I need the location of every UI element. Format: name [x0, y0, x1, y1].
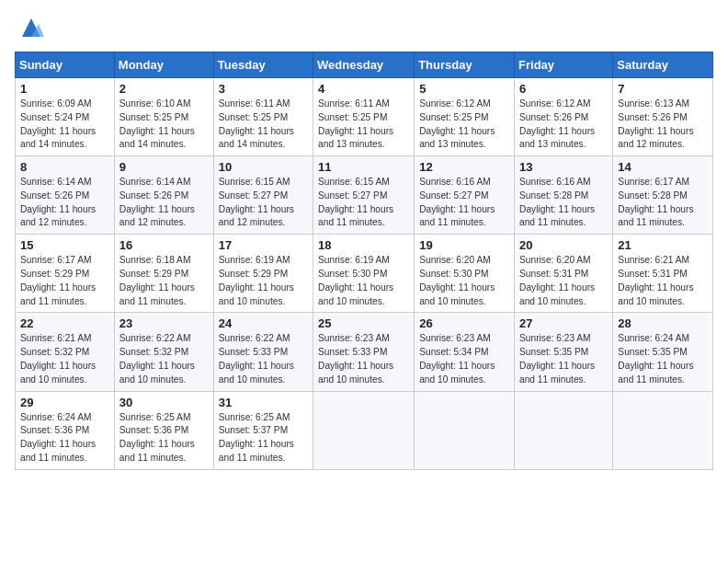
- calendar-cell-4: 4Sunrise: 6:11 AM Sunset: 5:25 PM Daylig…: [313, 78, 415, 156]
- day-info: Sunrise: 6:25 AM Sunset: 5:36 PM Dayligh…: [119, 411, 209, 465]
- day-info: Sunrise: 6:21 AM Sunset: 5:31 PM Dayligh…: [618, 254, 708, 308]
- day-number: 7: [618, 82, 708, 96]
- day-number: 13: [519, 160, 608, 174]
- day-info: Sunrise: 6:24 AM Sunset: 5:36 PM Dayligh…: [20, 411, 109, 465]
- day-number: 18: [318, 238, 409, 252]
- calendar-cell-30: 30Sunrise: 6:25 AM Sunset: 5:36 PM Dayli…: [114, 391, 213, 469]
- day-info: Sunrise: 6:20 AM Sunset: 5:31 PM Dayligh…: [519, 254, 608, 308]
- calendar-header-row: SundayMondayTuesdayWednesdayThursdayFrid…: [16, 52, 713, 78]
- calendar-header-saturday: Saturday: [613, 52, 713, 78]
- day-info: Sunrise: 6:11 AM Sunset: 5:25 PM Dayligh…: [219, 98, 308, 152]
- calendar-header-thursday: Thursday: [415, 52, 515, 78]
- calendar-cell-26: 26Sunrise: 6:23 AM Sunset: 5:34 PM Dayli…: [415, 313, 515, 391]
- day-number: 5: [419, 82, 509, 96]
- day-info: Sunrise: 6:12 AM Sunset: 5:26 PM Dayligh…: [519, 98, 608, 152]
- day-info: Sunrise: 6:09 AM Sunset: 5:24 PM Dayligh…: [20, 98, 109, 152]
- day-info: Sunrise: 6:24 AM Sunset: 5:35 PM Dayligh…: [618, 332, 708, 386]
- day-info: Sunrise: 6:23 AM Sunset: 5:34 PM Dayligh…: [419, 332, 509, 386]
- calendar-cell-10: 10Sunrise: 6:15 AM Sunset: 5:27 PM Dayli…: [213, 156, 313, 235]
- day-info: Sunrise: 6:18 AM Sunset: 5:29 PM Dayligh…: [119, 254, 209, 308]
- calendar-cell-3: 3Sunrise: 6:11 AM Sunset: 5:25 PM Daylig…: [213, 78, 313, 156]
- day-info: Sunrise: 6:16 AM Sunset: 5:28 PM Dayligh…: [519, 176, 608, 230]
- calendar-cell-25: 25Sunrise: 6:23 AM Sunset: 5:33 PM Dayli…: [313, 313, 415, 391]
- calendar-week-2: 8Sunrise: 6:14 AM Sunset: 5:26 PM Daylig…: [16, 156, 713, 235]
- day-info: Sunrise: 6:20 AM Sunset: 5:30 PM Dayligh…: [419, 254, 509, 308]
- calendar-cell-13: 13Sunrise: 6:16 AM Sunset: 5:28 PM Dayli…: [515, 156, 613, 235]
- calendar-cell-empty: [613, 391, 713, 469]
- day-number: 1: [20, 82, 109, 96]
- calendar-week-1: 1Sunrise: 6:09 AM Sunset: 5:24 PM Daylig…: [16, 78, 713, 156]
- day-info: Sunrise: 6:13 AM Sunset: 5:26 PM Dayligh…: [618, 98, 708, 152]
- day-info: Sunrise: 6:15 AM Sunset: 5:27 PM Dayligh…: [318, 176, 409, 230]
- calendar-table: SundayMondayTuesdayWednesdayThursdayFrid…: [15, 52, 713, 470]
- day-number: 26: [419, 316, 509, 330]
- calendar-cell-19: 19Sunrise: 6:20 AM Sunset: 5:30 PM Dayli…: [415, 235, 515, 313]
- day-info: Sunrise: 6:17 AM Sunset: 5:29 PM Dayligh…: [20, 254, 109, 308]
- day-info: Sunrise: 6:19 AM Sunset: 5:29 PM Dayligh…: [219, 254, 308, 308]
- logo: [15, 15, 44, 40]
- day-info: Sunrise: 6:19 AM Sunset: 5:30 PM Dayligh…: [318, 254, 409, 308]
- day-number: 4: [318, 82, 409, 96]
- calendar-cell-27: 27Sunrise: 6:23 AM Sunset: 5:35 PM Dayli…: [515, 313, 613, 391]
- day-number: 19: [419, 238, 509, 252]
- day-number: 8: [20, 160, 109, 174]
- day-number: 14: [618, 160, 708, 174]
- calendar-cell-6: 6Sunrise: 6:12 AM Sunset: 5:26 PM Daylig…: [515, 78, 613, 156]
- day-number: 28: [618, 316, 708, 330]
- day-number: 27: [519, 316, 608, 330]
- calendar-cell-9: 9Sunrise: 6:14 AM Sunset: 5:26 PM Daylig…: [114, 156, 213, 235]
- calendar-cell-empty: [515, 391, 613, 469]
- calendar-cell-11: 11Sunrise: 6:15 AM Sunset: 5:27 PM Dayli…: [313, 156, 415, 235]
- day-info: Sunrise: 6:23 AM Sunset: 5:33 PM Dayligh…: [318, 332, 409, 386]
- calendar-cell-17: 17Sunrise: 6:19 AM Sunset: 5:29 PM Dayli…: [213, 235, 313, 313]
- calendar-cell-empty: [313, 391, 415, 469]
- day-number: 17: [219, 238, 308, 252]
- day-number: 24: [219, 316, 308, 330]
- calendar-cell-2: 2Sunrise: 6:10 AM Sunset: 5:25 PM Daylig…: [114, 78, 213, 156]
- calendar-cell-23: 23Sunrise: 6:22 AM Sunset: 5:32 PM Dayli…: [114, 313, 213, 391]
- calendar-cell-22: 22Sunrise: 6:21 AM Sunset: 5:32 PM Dayli…: [16, 313, 115, 391]
- calendar-cell-14: 14Sunrise: 6:17 AM Sunset: 5:28 PM Dayli…: [613, 156, 713, 235]
- calendar-header-tuesday: Tuesday: [213, 52, 313, 78]
- day-info: Sunrise: 6:14 AM Sunset: 5:26 PM Dayligh…: [20, 176, 109, 230]
- day-info: Sunrise: 6:15 AM Sunset: 5:27 PM Dayligh…: [219, 176, 308, 230]
- day-number: 21: [618, 238, 708, 252]
- day-info: Sunrise: 6:23 AM Sunset: 5:35 PM Dayligh…: [519, 332, 608, 386]
- day-number: 25: [318, 316, 409, 330]
- day-number: 20: [519, 238, 608, 252]
- day-info: Sunrise: 6:21 AM Sunset: 5:32 PM Dayligh…: [20, 332, 109, 386]
- calendar-header-monday: Monday: [114, 52, 213, 78]
- day-number: 10: [219, 160, 308, 174]
- calendar-header-friday: Friday: [515, 52, 613, 78]
- day-number: 16: [119, 238, 209, 252]
- calendar-cell-20: 20Sunrise: 6:20 AM Sunset: 5:31 PM Dayli…: [515, 235, 613, 313]
- calendar-cell-16: 16Sunrise: 6:18 AM Sunset: 5:29 PM Dayli…: [114, 235, 213, 313]
- day-info: Sunrise: 6:17 AM Sunset: 5:28 PM Dayligh…: [618, 176, 708, 230]
- day-info: Sunrise: 6:22 AM Sunset: 5:32 PM Dayligh…: [119, 332, 209, 386]
- day-info: Sunrise: 6:11 AM Sunset: 5:25 PM Dayligh…: [318, 98, 409, 152]
- day-number: 29: [20, 396, 109, 409]
- calendar-cell-29: 29Sunrise: 6:24 AM Sunset: 5:36 PM Dayli…: [16, 391, 115, 469]
- calendar-cell-1: 1Sunrise: 6:09 AM Sunset: 5:24 PM Daylig…: [16, 78, 115, 156]
- calendar-week-5: 29Sunrise: 6:24 AM Sunset: 5:36 PM Dayli…: [16, 391, 713, 469]
- day-info: Sunrise: 6:22 AM Sunset: 5:33 PM Dayligh…: [219, 332, 308, 386]
- day-number: 15: [20, 238, 109, 252]
- calendar-week-4: 22Sunrise: 6:21 AM Sunset: 5:32 PM Dayli…: [16, 313, 713, 391]
- day-info: Sunrise: 6:16 AM Sunset: 5:27 PM Dayligh…: [419, 176, 509, 230]
- calendar-cell-8: 8Sunrise: 6:14 AM Sunset: 5:26 PM Daylig…: [16, 156, 115, 235]
- calendar-cell-18: 18Sunrise: 6:19 AM Sunset: 5:30 PM Dayli…: [313, 235, 415, 313]
- calendar-cell-5: 5Sunrise: 6:12 AM Sunset: 5:25 PM Daylig…: [415, 78, 515, 156]
- calendar-cell-31: 31Sunrise: 6:25 AM Sunset: 5:37 PM Dayli…: [213, 391, 313, 469]
- calendar-cell-12: 12Sunrise: 6:16 AM Sunset: 5:27 PM Dayli…: [415, 156, 515, 235]
- day-info: Sunrise: 6:10 AM Sunset: 5:25 PM Dayligh…: [119, 98, 209, 152]
- day-number: 9: [119, 160, 209, 174]
- day-number: 6: [519, 82, 608, 96]
- day-number: 3: [219, 82, 308, 96]
- day-info: Sunrise: 6:25 AM Sunset: 5:37 PM Dayligh…: [219, 411, 308, 465]
- calendar-cell-15: 15Sunrise: 6:17 AM Sunset: 5:29 PM Dayli…: [16, 235, 115, 313]
- day-number: 22: [20, 316, 109, 330]
- calendar-cell-7: 7Sunrise: 6:13 AM Sunset: 5:26 PM Daylig…: [613, 78, 713, 156]
- day-number: 23: [119, 316, 209, 330]
- day-number: 11: [318, 160, 409, 174]
- calendar-cell-21: 21Sunrise: 6:21 AM Sunset: 5:31 PM Dayli…: [613, 235, 713, 313]
